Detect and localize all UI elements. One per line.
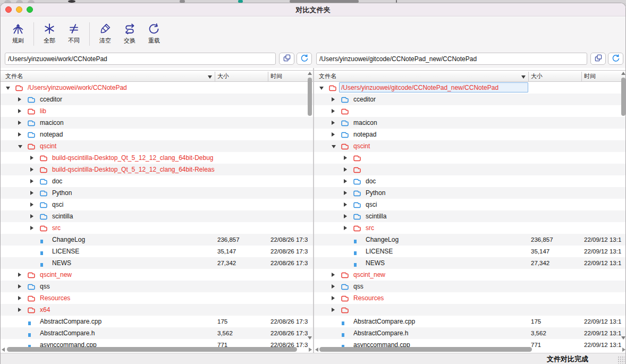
tree-row-file[interactable]: LICENSE35,14722/09/12 13:11 — [314, 246, 626, 257]
scrollbar-thumb[interactable] — [621, 78, 625, 116]
tree-row-folder[interactable] — [314, 304, 626, 316]
tree-row-folder[interactable]: src — [1, 222, 313, 234]
tree-row-file[interactable]: AbstractCompare.cpp17522/08/26 17:36 — [1, 316, 313, 327]
expand-arrow-icon[interactable] — [332, 308, 335, 312]
tree-row-folder[interactable]: scintilla — [1, 210, 313, 222]
scroll-left-icon[interactable] — [2, 348, 5, 352]
tree-row-folder[interactable]: qsci — [1, 199, 313, 210]
expand-arrow-icon[interactable] — [332, 109, 335, 113]
sort-descending-icon[interactable] — [208, 75, 212, 79]
left-vertical-scrollbar[interactable] — [307, 70, 312, 347]
left-refresh-button[interactable] — [297, 53, 312, 65]
tree-row-file[interactable]: NEWS27,34222/08/26 17:36 — [1, 257, 313, 269]
expand-arrow-icon[interactable] — [18, 308, 21, 312]
tree-row-file[interactable]: ChangeLog236,85722/08/26 17:36 — [1, 234, 313, 246]
expand-arrow-icon[interactable] — [18, 97, 21, 101]
expand-arrow-icon[interactable] — [18, 132, 21, 137]
collapse-arrow-icon[interactable] — [319, 87, 324, 90]
tree-row-folder[interactable]: src — [314, 222, 626, 234]
expand-arrow-icon[interactable] — [332, 273, 335, 277]
toolbar-button-all[interactable]: 全部 — [37, 20, 62, 48]
expand-arrow-icon[interactable] — [332, 296, 335, 300]
expand-arrow-icon[interactable] — [344, 226, 347, 230]
tree-row-folder[interactable]: doc — [1, 175, 313, 187]
right-refresh-button[interactable] — [608, 53, 623, 65]
column-header-time[interactable]: 时间 — [270, 72, 282, 80]
scrollbar-thumb[interactable] — [7, 347, 297, 352]
right-browse-button[interactable] — [590, 53, 606, 65]
tree-row-folder[interactable]: /Users/yinzuowei/work/CCNotePad — [1, 82, 313, 94]
tree-row-file[interactable]: AbstractCompare.cpp17522/09/12 13:11 — [314, 316, 626, 327]
expand-arrow-icon[interactable] — [30, 167, 33, 172]
left-path-input[interactable] — [5, 53, 276, 65]
collapse-arrow-icon[interactable] — [6, 87, 10, 90]
tree-row-folder[interactable]: notepad — [314, 129, 626, 140]
tree-row-folder[interactable] — [314, 152, 626, 164]
tree-row-folder[interactable]: /Users/yinzuowei/gitcode/CCNotePad_new/C… — [314, 82, 626, 94]
tree-row-file[interactable]: AbstractCompare.h3,56222/08/26 17:36 — [1, 327, 313, 339]
scroll-down-icon[interactable] — [308, 336, 312, 340]
expand-arrow-icon[interactable] — [344, 179, 347, 183]
scrollbar-thumb[interactable] — [319, 347, 532, 352]
toolbar-button-clear[interactable]: 清空 — [93, 20, 117, 48]
right-vertical-scrollbar[interactable] — [621, 70, 626, 347]
tree-row-folder[interactable] — [314, 164, 626, 175]
tree-row-file[interactable]: ChangeLog236,85722/09/12 13:11 — [314, 234, 626, 246]
tree-row-folder[interactable]: scintilla — [314, 210, 626, 222]
scroll-down-icon[interactable] — [621, 336, 625, 340]
expand-arrow-icon[interactable] — [332, 121, 335, 125]
expand-arrow-icon[interactable] — [344, 214, 347, 218]
tree-row-folder[interactable]: cceditor — [314, 94, 626, 105]
column-header-filename[interactable]: 文件名 — [5, 72, 23, 80]
column-divider[interactable] — [528, 72, 529, 81]
scrollbar-thumb[interactable] — [308, 78, 312, 116]
expand-arrow-icon[interactable] — [18, 273, 21, 277]
column-divider[interactable] — [268, 72, 268, 81]
toolbar-button-reload[interactable]: 重载 — [142, 20, 166, 48]
scroll-up-icon[interactable] — [621, 72, 625, 75]
tree-row-folder[interactable]: qscint_new — [314, 269, 626, 281]
tree-row-folder[interactable]: qscint_new — [1, 269, 313, 281]
expand-arrow-icon[interactable] — [30, 226, 33, 230]
expand-arrow-icon[interactable] — [344, 191, 347, 195]
expand-arrow-icon[interactable] — [30, 156, 33, 160]
scroll-up-icon[interactable] — [308, 72, 312, 75]
column-header-size[interactable]: 大小 — [531, 72, 543, 80]
toolbar-button-rules[interactable]: 规则 — [6, 20, 30, 48]
toolbar-button-diff[interactable]: 不同 — [62, 20, 86, 48]
expand-arrow-icon[interactable] — [18, 121, 21, 125]
tree-row-folder[interactable]: cceditor — [1, 94, 313, 105]
tree-row-folder[interactable]: build-qscintilla-Desktop_Qt_5_12_12_clan… — [1, 164, 313, 175]
scroll-right-icon[interactable] — [622, 348, 625, 352]
expand-arrow-icon[interactable] — [18, 284, 21, 289]
expand-arrow-icon[interactable] — [30, 191, 33, 195]
toolbar-button-swap[interactable]: 交换 — [117, 20, 142, 48]
expand-arrow-icon[interactable] — [332, 97, 335, 101]
scroll-right-icon[interactable] — [309, 348, 312, 352]
expand-arrow-icon[interactable] — [332, 132, 335, 137]
resize-grip[interactable] — [617, 356, 625, 363]
collapse-arrow-icon[interactable] — [18, 145, 22, 148]
right-path-input[interactable] — [316, 53, 587, 65]
tree-row-folder[interactable]: qss — [1, 281, 313, 292]
title-bar[interactable]: 对比文件夹 — [1, 3, 625, 16]
expand-arrow-icon[interactable] — [344, 167, 347, 172]
sort-descending-icon[interactable] — [521, 75, 526, 79]
tree-row-folder[interactable]: macicon — [1, 117, 313, 129]
tree-row-folder[interactable]: Resources — [314, 292, 626, 304]
expand-arrow-icon[interactable] — [30, 179, 33, 183]
tree-row-folder[interactable]: lib — [1, 105, 313, 117]
tree-row-folder[interactable]: macicon — [314, 117, 626, 129]
expand-arrow-icon[interactable] — [332, 284, 335, 289]
left-browse-button[interactable] — [279, 53, 294, 65]
left-horizontal-scrollbar[interactable] — [1, 346, 313, 352]
tree-row-folder[interactable] — [314, 105, 626, 117]
expand-arrow-icon[interactable] — [30, 202, 33, 207]
column-header-filename[interactable]: 文件名 — [319, 72, 336, 80]
tree-row-folder[interactable]: notepad — [1, 129, 313, 140]
column-header-size[interactable]: 大小 — [217, 72, 229, 80]
tree-row-folder[interactable]: x64 — [1, 304, 313, 316]
expand-arrow-icon[interactable] — [344, 156, 347, 160]
expand-arrow-icon[interactable] — [344, 202, 347, 207]
tree-row-file[interactable]: NEWS27,34222/09/12 13:11 — [314, 257, 626, 269]
